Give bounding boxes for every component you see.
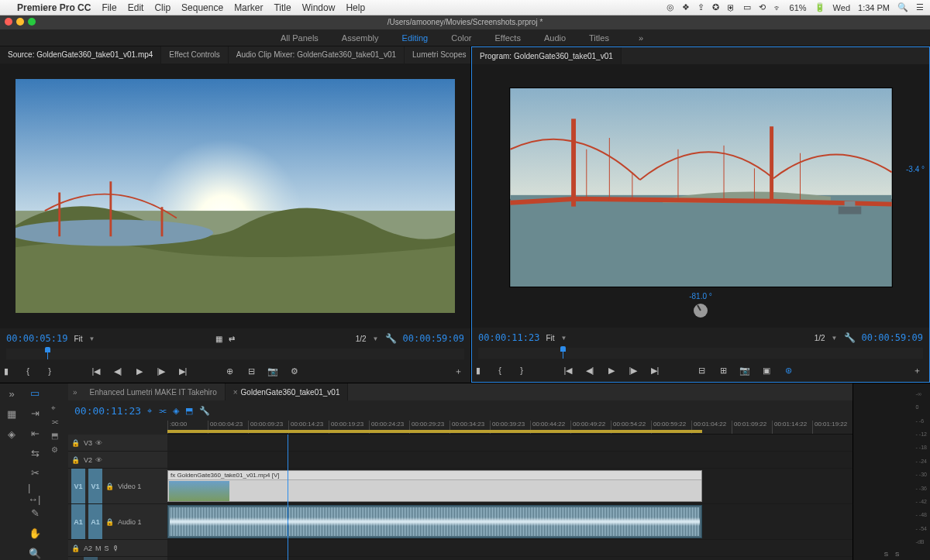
overwrite-icon[interactable]: ⊟ bbox=[245, 365, 257, 377]
menu-marker[interactable]: Marker bbox=[234, 2, 263, 13]
ws-overflow-icon[interactable]: » bbox=[632, 33, 649, 43]
rail-icon[interactable]: » bbox=[5, 387, 19, 400]
tab-lumetri-scopes[interactable]: Lumetri Scopes bbox=[405, 46, 470, 64]
menu-file[interactable]: File bbox=[102, 2, 116, 13]
status-icon[interactable]: ◎ bbox=[666, 2, 674, 12]
vr-toggle-icon[interactable]: ▦ bbox=[215, 335, 222, 343]
source-tc-in[interactable]: 00:00:05:19 bbox=[6, 333, 67, 344]
work-area-bar[interactable] bbox=[167, 430, 702, 433]
target-v1[interactable]: V1 bbox=[88, 469, 102, 503]
ws-assembly[interactable]: Assembly bbox=[342, 33, 379, 43]
in-point-icon[interactable]: { bbox=[22, 365, 34, 377]
lock-icon[interactable]: 🔒 bbox=[105, 483, 115, 490]
wrench-icon[interactable]: 🔧 bbox=[844, 332, 856, 343]
timeline-ruler[interactable]: :00:0000:00:04:2300:00:09:2300:00:14:230… bbox=[167, 421, 852, 435]
lock-icon[interactable]: 🔒 bbox=[105, 518, 115, 526]
tab-source[interactable]: Source: GoldenGate360_take01_v01.mp4 bbox=[0, 46, 161, 64]
eye-icon[interactable]: 👁 bbox=[95, 439, 105, 447]
link-icon[interactable]: ◈ bbox=[173, 406, 179, 416]
program-zoom[interactable]: Fit bbox=[546, 334, 554, 342]
marker-icon[interactable]: ▮ bbox=[472, 364, 484, 376]
ws-titles[interactable]: Titles bbox=[589, 33, 609, 43]
menu-edit[interactable]: Edit bbox=[128, 2, 144, 13]
chevron-down-icon[interactable]: ▼ bbox=[89, 335, 95, 342]
out-point-icon[interactable]: } bbox=[515, 364, 528, 376]
menu-sequence[interactable]: Sequence bbox=[181, 2, 223, 13]
status-icon[interactable]: ▭ bbox=[743, 2, 751, 12]
ws-effects[interactable]: Effects bbox=[494, 33, 520, 43]
menu-clip[interactable]: Clip bbox=[154, 2, 170, 13]
ws-color[interactable]: Color bbox=[451, 33, 471, 43]
settings-icon[interactable]: ⚙ bbox=[288, 365, 301, 377]
tab-program[interactable]: Program: GoldenGate360_take01_v01 bbox=[472, 47, 622, 64]
status-icon[interactable]: ❖ bbox=[682, 2, 690, 12]
program-tc-in[interactable]: 00:00:11:23 bbox=[478, 332, 539, 343]
play-icon[interactable]: ▶ bbox=[605, 364, 618, 376]
minimize-icon[interactable] bbox=[16, 18, 24, 26]
tab-audio-clip-mixer[interactable]: Audio Clip Mixer: GoldenGate360_take01_v… bbox=[229, 46, 405, 64]
lock-icon[interactable]: 🔒 bbox=[71, 439, 81, 447]
source-patch-a1[interactable]: A1 bbox=[71, 504, 85, 539]
ripple-edit-icon[interactable]: ⇆ bbox=[28, 446, 42, 460]
snap-icon[interactable]: ⌖ bbox=[51, 404, 64, 413]
export-frame-icon[interactable]: 📷 bbox=[739, 364, 751, 376]
snap-icon[interactable]: ⫘ bbox=[158, 406, 167, 416]
source-scrubber[interactable] bbox=[6, 349, 464, 359]
in-point-icon[interactable]: { bbox=[494, 364, 506, 376]
pen-icon[interactable]: ✎ bbox=[28, 507, 42, 520]
lock-icon[interactable]: 🔒 bbox=[71, 545, 81, 552]
step-back-icon[interactable]: ◀| bbox=[112, 365, 124, 377]
rail-icon[interactable]: ◈ bbox=[5, 427, 19, 441]
rail-icon[interactable]: ▦ bbox=[5, 407, 19, 421]
video-clip[interactable]: fx GoldenGate360_take01_v01.mp4 [V] bbox=[167, 470, 702, 502]
out-point-icon[interactable]: } bbox=[43, 365, 56, 377]
menu-icon[interactable]: ☰ bbox=[916, 2, 924, 12]
program-res[interactable]: 1/2 bbox=[815, 334, 825, 342]
source-res[interactable]: 1/2 bbox=[356, 335, 367, 343]
settings-icon[interactable]: ⚙ bbox=[51, 445, 64, 455]
traffic-lights[interactable] bbox=[5, 18, 36, 26]
nest-icon[interactable]: ⌖ bbox=[147, 406, 152, 416]
zoom-tool-icon[interactable]: 🔍 bbox=[28, 546, 42, 560]
timeline-tc[interactable]: 00:00:11:23 bbox=[74, 405, 141, 417]
step-back-icon[interactable]: ◀| bbox=[584, 364, 596, 376]
tl-tab-0[interactable]: Enhanced Lumetri MAKE IT Takehiro bbox=[82, 383, 226, 400]
step-fwd-icon[interactable]: |▶ bbox=[155, 365, 167, 377]
goto-in-icon[interactable]: |◀ bbox=[90, 365, 102, 377]
ws-audio[interactable]: Audio bbox=[544, 33, 566, 43]
step-fwd-icon[interactable]: |▶ bbox=[627, 364, 639, 376]
tab-effect-controls[interactable]: Effect Controls bbox=[161, 46, 228, 64]
source-viewer[interactable] bbox=[0, 64, 470, 328]
status-icon[interactable]: ⛨ bbox=[727, 3, 735, 12]
program-viewer[interactable]: -3.4 ° -81.0 ° bbox=[472, 64, 929, 328]
search-icon[interactable]: 🔍 bbox=[897, 2, 908, 12]
vr-video-icon[interactable]: ⊛ bbox=[782, 364, 794, 376]
hand-icon[interactable]: ✋ bbox=[28, 527, 42, 541]
chevron-down-icon[interactable]: ▼ bbox=[561, 335, 567, 342]
marker-add-icon[interactable]: ⬒ bbox=[185, 406, 193, 416]
timeline-playhead[interactable] bbox=[288, 435, 288, 560]
add-button-icon[interactable]: ＋ bbox=[911, 364, 923, 376]
source-zoom[interactable]: Fit bbox=[74, 335, 82, 343]
wrench-icon[interactable]: 🔧 bbox=[385, 333, 397, 344]
tl-tab-1[interactable]: ×GoldenGate360_take01_v01 bbox=[226, 383, 349, 400]
insert-icon[interactable]: ⊕ bbox=[223, 365, 236, 377]
menu-help[interactable]: Help bbox=[346, 2, 365, 13]
status-icon[interactable]: ⇪ bbox=[698, 2, 704, 12]
menu-title[interactable]: Title bbox=[274, 2, 291, 13]
eye-icon[interactable]: 👁 bbox=[95, 456, 105, 464]
audio-clip[interactable] bbox=[167, 505, 702, 538]
add-button-icon[interactable]: ＋ bbox=[452, 365, 464, 377]
track-select-fwd-icon[interactable]: ⇥ bbox=[28, 407, 42, 421]
target-a1[interactable]: A1 bbox=[88, 504, 102, 539]
marker-icon[interactable]: ⬒ bbox=[51, 431, 64, 441]
tab-overflow-icon[interactable]: » bbox=[68, 388, 82, 397]
link-icon[interactable]: ⫘ bbox=[51, 417, 64, 427]
slip-icon[interactable]: |↔| bbox=[28, 486, 42, 500]
razor-icon[interactable]: ✂ bbox=[28, 466, 42, 480]
safe-margins-icon[interactable]: ⇄ bbox=[229, 335, 235, 343]
menu-window[interactable]: Window bbox=[302, 2, 336, 13]
chevron-down-icon[interactable]: ▼ bbox=[832, 335, 838, 342]
lift-icon[interactable]: ⊟ bbox=[695, 364, 708, 376]
app-name[interactable]: Premiere Pro CC bbox=[17, 2, 91, 13]
